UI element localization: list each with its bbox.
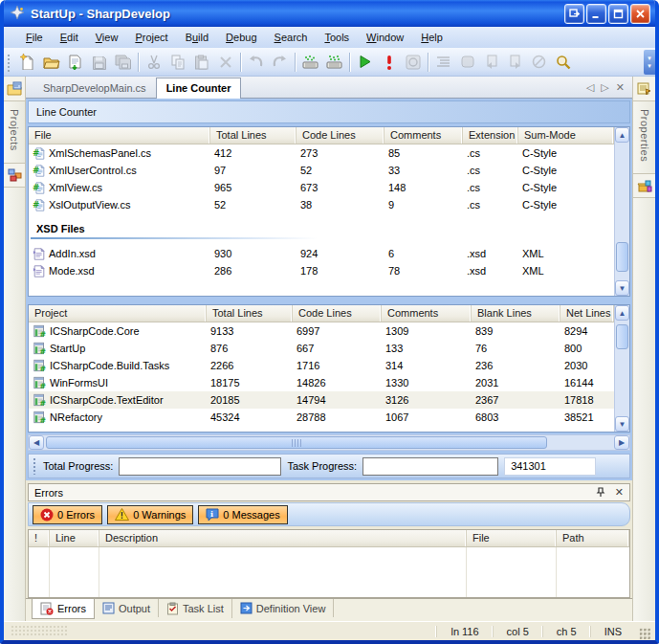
column-header[interactable]: Extension	[463, 127, 518, 144]
table-row[interactable]: #NRefactory45324287881067680338521	[29, 409, 614, 426]
undock-button[interactable]	[564, 4, 584, 24]
bottom-tab-definition-view[interactable]: Definition View	[232, 599, 335, 617]
table-row[interactable]: #ICSharpCode.TextEditor20185147943126236…	[29, 391, 614, 409]
save-as-button[interactable]	[63, 51, 87, 74]
rebuild-button[interactable]	[322, 51, 346, 74]
table-row[interactable]: #XslOutputView.cs52389.csC-Style	[29, 196, 614, 213]
tab-sharpdevelopmain[interactable]: SharpDevelopMain.cs	[33, 78, 156, 98]
projects-table-vscrollbar[interactable]: ▲ ▼	[614, 305, 629, 432]
bottom-tab-errors[interactable]: Errors	[32, 599, 95, 619]
toolbar-overflow-button[interactable]: ▾▾	[644, 50, 655, 75]
close-panel-icon[interactable]: ✕	[615, 486, 624, 499]
build-button[interactable]	[298, 51, 322, 74]
menu-item[interactable]: Edit	[52, 29, 87, 46]
menu-item[interactable]: Search	[266, 29, 317, 46]
undo-button[interactable]	[244, 51, 268, 74]
column-header[interactable]: File	[29, 127, 210, 144]
menu-item[interactable]: View	[87, 29, 127, 46]
menu-item[interactable]: Help	[412, 29, 451, 46]
column-header[interactable]: Blank Lines	[472, 305, 560, 322]
resize-grip[interactable]	[639, 628, 651, 640]
statusbar-grip[interactable]	[33, 457, 37, 475]
files-table-vscrollbar[interactable]: ▲ ▼	[614, 127, 629, 296]
save-button[interactable]	[87, 51, 111, 74]
tab-scroll-right-icon[interactable]: ▷	[601, 81, 608, 94]
menu-item[interactable]: Project	[126, 29, 176, 46]
cut-button[interactable]	[142, 51, 165, 74]
abort-button[interactable]	[377, 51, 401, 74]
save-all-button[interactable]	[111, 51, 135, 74]
paste-button[interactable]	[189, 51, 213, 74]
scroll-thumb[interactable]	[616, 242, 628, 273]
table-row[interactable]: #StartUp87666713376800	[29, 340, 614, 357]
column-header[interactable]: Line	[50, 530, 99, 546]
column-header[interactable]: Comments	[382, 305, 472, 322]
toolbar-grip[interactable]	[6, 53, 12, 72]
clear-bookmarks-button[interactable]	[527, 51, 551, 74]
menu-item[interactable]: Debug	[217, 29, 265, 46]
search-button[interactable]	[551, 51, 575, 74]
scroll-up-icon[interactable]: ▲	[615, 305, 629, 321]
properties-pad-icon[interactable]	[633, 77, 655, 101]
close-button[interactable]	[630, 4, 650, 24]
titlebar[interactable]: StartUp - SharpDevelop	[4, 0, 655, 27]
table-row[interactable]: #ICSharpCode.Build.Tasks2266171631423620…	[29, 357, 614, 374]
run-button[interactable]	[353, 51, 377, 74]
minimize-button[interactable]	[586, 4, 606, 24]
menu-item[interactable]: Build	[177, 29, 217, 46]
column-header[interactable]: Total Lines	[210, 127, 297, 144]
column-header[interactable]: Code Lines	[297, 127, 384, 144]
table-row[interactable]: #XmlUserControl.cs975233.csC-Style	[29, 162, 614, 179]
errors-panel-titlebar[interactable]: Errors ✕	[28, 483, 630, 501]
0-warnings-button[interactable]: 0 Warnings	[107, 505, 193, 524]
menu-item[interactable]: File	[17, 29, 52, 46]
scroll-thumb[interactable]	[616, 324, 628, 349]
column-header[interactable]: Comments	[384, 127, 463, 144]
horizontal-scrollbar[interactable]: ◀ ▶	[28, 434, 630, 451]
projects-pad-icon[interactable]	[4, 77, 25, 101]
column-header[interactable]: Net Lines	[560, 305, 614, 322]
menu-item[interactable]: Tools	[316, 29, 358, 46]
bottom-tab-task-list[interactable]: Task List	[159, 599, 232, 618]
table-row[interactable]: #XmlView.cs965673148.csC-Style	[29, 179, 614, 196]
scroll-left-icon[interactable]: ◀	[29, 435, 44, 450]
table-row[interactable]: #WinFormsUI18175148261330203116144	[29, 374, 614, 391]
tab-scroll-left-icon[interactable]: ◁	[586, 81, 594, 94]
column-header[interactable]: Total Lines	[207, 305, 293, 322]
0-errors-button[interactable]: 0 Errors	[33, 505, 102, 524]
sidebar-item-projects[interactable]: Projects	[9, 101, 20, 153]
0-messages-button[interactable]: i0 Messages	[198, 505, 287, 524]
scroll-thumb[interactable]	[46, 436, 547, 449]
column-header[interactable]: File	[467, 530, 557, 546]
new-file-button[interactable]	[15, 51, 39, 74]
bottom-tab-output[interactable]: Output	[95, 599, 159, 617]
scroll-down-icon[interactable]: ▼	[615, 280, 629, 296]
table-row[interactable]: #XmlSchemasPanel.cs41227385.csC-Style	[29, 144, 614, 162]
pin-icon[interactable]	[596, 487, 605, 498]
menu-item[interactable]: Window	[358, 29, 412, 46]
prev-bookmark-button[interactable]	[479, 51, 503, 74]
table-row[interactable]: AddIn.xsd9309246.xsdXML	[29, 245, 614, 262]
next-bookmark-button[interactable]	[503, 51, 527, 74]
column-header[interactable]: !	[29, 530, 50, 546]
profiler-button[interactable]	[401, 51, 425, 74]
scroll-down-icon[interactable]: ▼	[615, 416, 629, 432]
delete-button[interactable]	[213, 51, 237, 74]
open-file-button[interactable]	[39, 51, 63, 74]
column-header[interactable]: Sum-Mode	[518, 127, 614, 144]
table-row[interactable]: Mode.xsd28617878.xsdXML	[29, 262, 614, 279]
copy-button[interactable]	[165, 51, 189, 74]
table-row[interactable]: #ICSharpCode.Core9133699713098398294	[29, 322, 614, 340]
column-header[interactable]: Description	[99, 530, 467, 546]
scroll-right-icon[interactable]: ▶	[614, 435, 629, 450]
column-header[interactable]: Code Lines	[293, 305, 382, 322]
tab-line-counter[interactable]: Line Counter	[156, 78, 242, 99]
scroll-up-icon[interactable]: ▲	[615, 127, 629, 143]
column-header[interactable]: Path	[557, 530, 629, 546]
column-header[interactable]: Project	[29, 305, 207, 322]
tab-close-icon[interactable]: ✕	[616, 81, 625, 94]
classes-pad-icon[interactable]	[4, 163, 25, 188]
comment-region-button[interactable]	[431, 51, 455, 74]
toggle-bookmark-button[interactable]	[455, 51, 479, 74]
redo-button[interactable]	[268, 51, 292, 74]
